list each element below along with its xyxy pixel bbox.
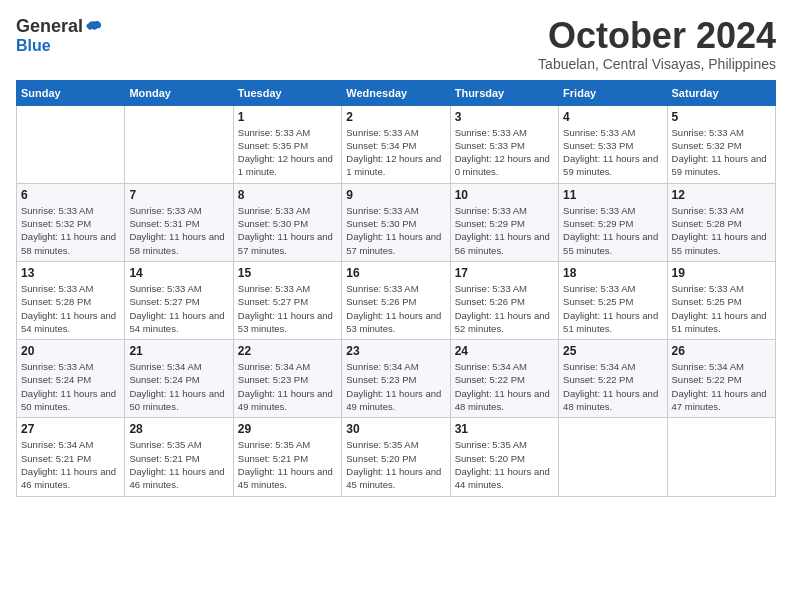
page-header: General Blue October 2024 Tabuelan, Cent… [16, 16, 776, 72]
weekday-monday: Monday [125, 80, 233, 105]
calendar-cell: 21Sunrise: 5:34 AM Sunset: 5:24 PM Dayli… [125, 340, 233, 418]
day-info: Sunrise: 5:33 AM Sunset: 5:26 PM Dayligh… [346, 282, 445, 335]
day-info: Sunrise: 5:34 AM Sunset: 5:22 PM Dayligh… [672, 360, 771, 413]
calendar-cell: 26Sunrise: 5:34 AM Sunset: 5:22 PM Dayli… [667, 340, 775, 418]
calendar-cell: 16Sunrise: 5:33 AM Sunset: 5:26 PM Dayli… [342, 261, 450, 339]
day-info: Sunrise: 5:34 AM Sunset: 5:23 PM Dayligh… [238, 360, 337, 413]
day-number: 18 [563, 266, 662, 280]
calendar-week-5: 27Sunrise: 5:34 AM Sunset: 5:21 PM Dayli… [17, 418, 776, 496]
month-title: October 2024 [538, 16, 776, 56]
day-info: Sunrise: 5:34 AM Sunset: 5:22 PM Dayligh… [563, 360, 662, 413]
day-info: Sunrise: 5:33 AM Sunset: 5:32 PM Dayligh… [21, 204, 120, 257]
day-info: Sunrise: 5:33 AM Sunset: 5:29 PM Dayligh… [563, 204, 662, 257]
day-info: Sunrise: 5:33 AM Sunset: 5:33 PM Dayligh… [455, 126, 554, 179]
logo-general: General [16, 16, 83, 37]
day-number: 10 [455, 188, 554, 202]
calendar-cell: 25Sunrise: 5:34 AM Sunset: 5:22 PM Dayli… [559, 340, 667, 418]
day-number: 19 [672, 266, 771, 280]
calendar-cell: 13Sunrise: 5:33 AM Sunset: 5:28 PM Dayli… [17, 261, 125, 339]
calendar-cell: 31Sunrise: 5:35 AM Sunset: 5:20 PM Dayli… [450, 418, 558, 496]
day-number: 9 [346, 188, 445, 202]
calendar-cell: 10Sunrise: 5:33 AM Sunset: 5:29 PM Dayli… [450, 183, 558, 261]
calendar-cell: 11Sunrise: 5:33 AM Sunset: 5:29 PM Dayli… [559, 183, 667, 261]
calendar-week-3: 13Sunrise: 5:33 AM Sunset: 5:28 PM Dayli… [17, 261, 776, 339]
calendar-cell: 6Sunrise: 5:33 AM Sunset: 5:32 PM Daylig… [17, 183, 125, 261]
calendar-body: 1Sunrise: 5:33 AM Sunset: 5:35 PM Daylig… [17, 105, 776, 496]
calendar-cell [559, 418, 667, 496]
calendar-week-2: 6Sunrise: 5:33 AM Sunset: 5:32 PM Daylig… [17, 183, 776, 261]
day-info: Sunrise: 5:33 AM Sunset: 5:26 PM Dayligh… [455, 282, 554, 335]
day-info: Sunrise: 5:35 AM Sunset: 5:20 PM Dayligh… [455, 438, 554, 491]
calendar-week-4: 20Sunrise: 5:33 AM Sunset: 5:24 PM Dayli… [17, 340, 776, 418]
calendar-cell: 20Sunrise: 5:33 AM Sunset: 5:24 PM Dayli… [17, 340, 125, 418]
day-number: 4 [563, 110, 662, 124]
weekday-tuesday: Tuesday [233, 80, 341, 105]
calendar-cell [17, 105, 125, 183]
weekday-wednesday: Wednesday [342, 80, 450, 105]
day-info: Sunrise: 5:34 AM Sunset: 5:21 PM Dayligh… [21, 438, 120, 491]
calendar-cell: 18Sunrise: 5:33 AM Sunset: 5:25 PM Dayli… [559, 261, 667, 339]
day-info: Sunrise: 5:33 AM Sunset: 5:29 PM Dayligh… [455, 204, 554, 257]
day-number: 16 [346, 266, 445, 280]
day-info: Sunrise: 5:35 AM Sunset: 5:21 PM Dayligh… [238, 438, 337, 491]
calendar-cell: 29Sunrise: 5:35 AM Sunset: 5:21 PM Dayli… [233, 418, 341, 496]
day-number: 12 [672, 188, 771, 202]
calendar-cell: 15Sunrise: 5:33 AM Sunset: 5:27 PM Dayli… [233, 261, 341, 339]
calendar-cell: 17Sunrise: 5:33 AM Sunset: 5:26 PM Dayli… [450, 261, 558, 339]
calendar-cell: 4Sunrise: 5:33 AM Sunset: 5:33 PM Daylig… [559, 105, 667, 183]
day-info: Sunrise: 5:33 AM Sunset: 5:35 PM Dayligh… [238, 126, 337, 179]
day-info: Sunrise: 5:33 AM Sunset: 5:28 PM Dayligh… [21, 282, 120, 335]
day-number: 17 [455, 266, 554, 280]
calendar-cell: 23Sunrise: 5:34 AM Sunset: 5:23 PM Dayli… [342, 340, 450, 418]
calendar-cell: 22Sunrise: 5:34 AM Sunset: 5:23 PM Dayli… [233, 340, 341, 418]
calendar-week-1: 1Sunrise: 5:33 AM Sunset: 5:35 PM Daylig… [17, 105, 776, 183]
location: Tabuelan, Central Visayas, Philippines [538, 56, 776, 72]
day-number: 30 [346, 422, 445, 436]
day-info: Sunrise: 5:33 AM Sunset: 5:25 PM Dayligh… [563, 282, 662, 335]
weekday-saturday: Saturday [667, 80, 775, 105]
day-number: 15 [238, 266, 337, 280]
day-number: 23 [346, 344, 445, 358]
day-number: 22 [238, 344, 337, 358]
day-info: Sunrise: 5:33 AM Sunset: 5:30 PM Dayligh… [346, 204, 445, 257]
day-number: 5 [672, 110, 771, 124]
weekday-thursday: Thursday [450, 80, 558, 105]
logo: General Blue [16, 16, 103, 55]
calendar-cell: 9Sunrise: 5:33 AM Sunset: 5:30 PM Daylig… [342, 183, 450, 261]
day-info: Sunrise: 5:33 AM Sunset: 5:28 PM Dayligh… [672, 204, 771, 257]
day-info: Sunrise: 5:34 AM Sunset: 5:23 PM Dayligh… [346, 360, 445, 413]
calendar-cell: 24Sunrise: 5:34 AM Sunset: 5:22 PM Dayli… [450, 340, 558, 418]
day-number: 11 [563, 188, 662, 202]
day-info: Sunrise: 5:33 AM Sunset: 5:33 PM Dayligh… [563, 126, 662, 179]
day-number: 1 [238, 110, 337, 124]
calendar-cell: 8Sunrise: 5:33 AM Sunset: 5:30 PM Daylig… [233, 183, 341, 261]
day-number: 2 [346, 110, 445, 124]
day-number: 7 [129, 188, 228, 202]
calendar-cell: 28Sunrise: 5:35 AM Sunset: 5:21 PM Dayli… [125, 418, 233, 496]
weekday-header-row: SundayMondayTuesdayWednesdayThursdayFrid… [17, 80, 776, 105]
day-number: 8 [238, 188, 337, 202]
calendar-cell [667, 418, 775, 496]
logo-bird-icon [85, 18, 103, 36]
day-info: Sunrise: 5:33 AM Sunset: 5:25 PM Dayligh… [672, 282, 771, 335]
day-number: 21 [129, 344, 228, 358]
calendar-cell: 7Sunrise: 5:33 AM Sunset: 5:31 PM Daylig… [125, 183, 233, 261]
calendar-cell: 27Sunrise: 5:34 AM Sunset: 5:21 PM Dayli… [17, 418, 125, 496]
calendar-cell: 3Sunrise: 5:33 AM Sunset: 5:33 PM Daylig… [450, 105, 558, 183]
day-info: Sunrise: 5:34 AM Sunset: 5:22 PM Dayligh… [455, 360, 554, 413]
calendar-cell: 1Sunrise: 5:33 AM Sunset: 5:35 PM Daylig… [233, 105, 341, 183]
calendar-cell: 19Sunrise: 5:33 AM Sunset: 5:25 PM Dayli… [667, 261, 775, 339]
day-info: Sunrise: 5:33 AM Sunset: 5:27 PM Dayligh… [129, 282, 228, 335]
title-block: October 2024 Tabuelan, Central Visayas, … [538, 16, 776, 72]
day-info: Sunrise: 5:33 AM Sunset: 5:34 PM Dayligh… [346, 126, 445, 179]
day-number: 29 [238, 422, 337, 436]
calendar-cell: 14Sunrise: 5:33 AM Sunset: 5:27 PM Dayli… [125, 261, 233, 339]
calendar-cell: 30Sunrise: 5:35 AM Sunset: 5:20 PM Dayli… [342, 418, 450, 496]
day-number: 13 [21, 266, 120, 280]
calendar-cell [125, 105, 233, 183]
day-number: 31 [455, 422, 554, 436]
weekday-sunday: Sunday [17, 80, 125, 105]
calendar-cell: 12Sunrise: 5:33 AM Sunset: 5:28 PM Dayli… [667, 183, 775, 261]
day-number: 27 [21, 422, 120, 436]
day-number: 3 [455, 110, 554, 124]
